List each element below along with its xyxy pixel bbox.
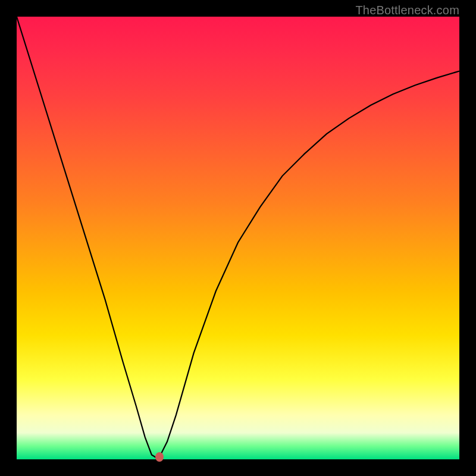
watermark-text: TheBottleneck.com: [355, 4, 459, 17]
curve-line: [17, 17, 459, 458]
chart-svg: [17, 17, 459, 459]
marker-dot: [155, 452, 164, 462]
